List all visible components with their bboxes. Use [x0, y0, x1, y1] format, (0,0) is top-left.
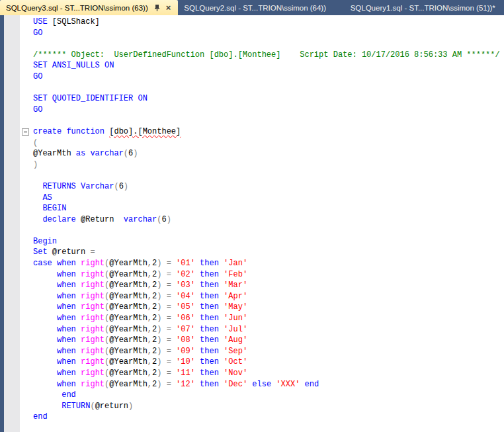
code-token: right — [81, 259, 105, 268]
code-token: then — [200, 368, 219, 378]
code-line[interactable] — [4, 38, 504, 50]
tab-sqlquery2[interactable]: SQLQuery2.sql - ST...TRION\ssimon (64)) — [178, 0, 344, 15]
code-token: @YearMth — [109, 357, 147, 367]
code-token — [76, 302, 81, 312]
code-line[interactable]: GO — [4, 71, 504, 83]
code-token: = — [167, 335, 171, 345]
code-token: RETURN — [62, 402, 90, 411]
tab-label: SQLQuery3.sql - ST...TRION\ssimon (63)) — [6, 4, 148, 12]
code-line[interactable]: when right(@YearMth,2) = '06' then 'Jun' — [4, 313, 504, 324]
code-token: else — [252, 380, 271, 389]
code-token — [171, 325, 176, 334]
code-area[interactable]: USE [SQLShack]GO/****** Object: UserDefi… — [4, 17, 504, 423]
close-icon[interactable]: × — [165, 3, 173, 12]
code-line[interactable] — [4, 225, 504, 236]
code-token: right — [81, 302, 105, 312]
code-token: Set — [33, 247, 48, 257]
code-token — [195, 325, 200, 334]
code-line[interactable]: BEGIN — [4, 203, 504, 214]
code-token: @return — [48, 247, 91, 257]
code-token — [33, 335, 57, 345]
code-token: @YearMth — [109, 368, 147, 378]
code-line[interactable]: USE [SQLShack] — [4, 17, 504, 28]
code-token: /****** Object: UserDefinedFunction [dbo… — [33, 50, 500, 60]
code-line[interactable]: RETURNS Varchar(6) — [4, 181, 504, 193]
code-line[interactable]: when right(@YearMth,2) = '08' then 'Aug' — [4, 335, 504, 346]
code-line[interactable]: when right(@YearMth,2) = '02' then 'Feb' — [4, 269, 504, 281]
code-token: case — [33, 259, 52, 268]
code-line[interactable]: ) — [4, 159, 504, 171]
code-line[interactable]: SET QUOTED_IDENTIFIER ON — [4, 93, 504, 105]
code-token: as — [76, 149, 85, 158]
code-token: = — [167, 347, 171, 356]
code-token: then — [200, 347, 219, 356]
code-token: 6 — [161, 215, 166, 224]
code-line[interactable]: declare @Return varchar(6) — [4, 214, 504, 226]
code-token: , — [147, 292, 152, 301]
code-line[interactable]: when right(@YearMth,2) = '09' then 'Sep' — [4, 346, 504, 357]
code-token: 'May' — [224, 302, 247, 312]
pin-icon[interactable] — [153, 4, 161, 12]
code-token: GO — [33, 105, 42, 114]
code-token: , — [147, 302, 152, 312]
code-line[interactable]: SET ANSI_NULLS ON — [4, 60, 504, 71]
code-line[interactable]: Begin — [4, 236, 504, 247]
code-line[interactable]: AS — [4, 193, 504, 204]
code-line[interactable] — [4, 170, 504, 181]
code-token: [dbo].[Monthee] — [109, 127, 181, 136]
code-token — [195, 357, 200, 367]
code-token: when — [57, 314, 76, 323]
code-line[interactable]: end — [4, 390, 504, 401]
fold-collapse-icon[interactable] — [22, 128, 29, 136]
code-token — [33, 314, 57, 323]
code-token: @YearMth — [109, 335, 147, 345]
code-line[interactable]: when right(@YearMth,2) = '05' then 'May' — [4, 302, 504, 313]
code-token — [33, 182, 42, 191]
code-token: 'Feb' — [224, 270, 247, 279]
code-token: then — [200, 325, 219, 334]
code-line[interactable]: @YearMth as varchar(6) — [4, 148, 504, 159]
code-token: then — [200, 270, 219, 279]
code-token — [33, 281, 57, 290]
code-token: right — [81, 292, 105, 301]
code-line[interactable]: /****** Object: UserDefinedFunction [dbo… — [4, 50, 504, 61]
code-token: when — [57, 357, 76, 367]
code-line[interactable]: when right(@YearMth,2) = '12' then 'Dec'… — [4, 379, 504, 390]
code-line[interactable]: when right(@YearMth,2) = '03' then 'Mar' — [4, 280, 504, 291]
code-token — [33, 368, 57, 378]
code-line[interactable]: when right(@YearMth,2) = '07' then 'Jul' — [4, 324, 504, 335]
code-token: then — [200, 281, 219, 290]
code-token: , — [147, 281, 152, 290]
code-line[interactable]: case when right(@YearMth,2) = '01' then … — [4, 258, 504, 269]
code-line[interactable]: when right(@YearMth,2) = '04' then 'Apr' — [4, 291, 504, 302]
tab-sqlquery3[interactable]: SQLQuery3.sql - ST...TRION\ssimon (63)) … — [0, 0, 178, 15]
code-line[interactable]: when right(@YearMth,2) = '11' then 'Nov' — [4, 368, 504, 379]
tab-bar: SQLQuery3.sql - ST...TRION\ssimon (63)) … — [0, 0, 504, 15]
tab-sqlquery1[interactable]: SQLQuery1.sql - ST...TRION\ssimon (51))* — [345, 0, 504, 15]
code-token: right — [81, 270, 105, 279]
code-token — [195, 270, 200, 279]
code-token — [171, 357, 176, 367]
code-line[interactable]: when right(@YearMth,2) = '10' then 'Oct' — [4, 357, 504, 368]
code-line[interactable]: create function [dbo].[Monthee] — [4, 126, 504, 138]
code-token — [76, 292, 81, 301]
code-token — [171, 380, 176, 389]
code-line[interactable]: Set @return = — [4, 247, 504, 258]
code-token: , — [147, 325, 152, 334]
code-line[interactable] — [4, 83, 504, 94]
code-token: create function — [33, 127, 105, 136]
code-token — [195, 292, 200, 301]
code-token: then — [200, 314, 219, 323]
code-line[interactable]: end — [4, 411, 504, 423]
code-token: '04' — [176, 292, 195, 301]
code-token: ) — [167, 215, 171, 224]
code-token — [171, 259, 176, 268]
code-token: ( — [90, 402, 95, 411]
code-line[interactable]: GO — [4, 28, 504, 39]
code-token — [161, 281, 166, 290]
code-line[interactable]: GO — [4, 105, 504, 116]
code-line[interactable]: ( — [4, 138, 504, 149]
code-token — [161, 314, 166, 323]
code-line[interactable]: RETURN(@return) — [4, 401, 504, 412]
code-line[interactable] — [4, 115, 504, 126]
